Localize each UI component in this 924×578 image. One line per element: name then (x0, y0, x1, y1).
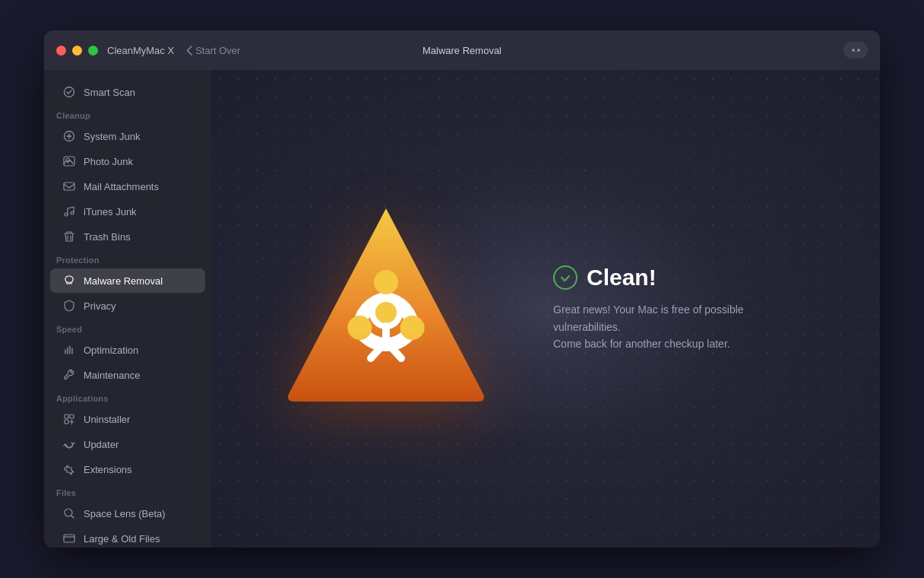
sidebar-item-photo-junk[interactable]: Photo Junk (50, 149, 205, 173)
biohazard-graphic (280, 187, 492, 430)
large-old-files-icon (62, 532, 76, 545)
malware-removal-icon (62, 274, 76, 287)
checkmark-icon (559, 271, 572, 284)
svg-point-0 (65, 87, 74, 97)
svg-point-19 (402, 317, 423, 338)
itunes-junk-label: iTunes Junk (84, 206, 137, 218)
sidebar-item-large-old-files[interactable]: Large & Old Files (50, 526, 205, 548)
itunes-junk-icon (62, 205, 76, 218)
sidebar-item-mail-attachments[interactable]: Mail Attachments (50, 174, 205, 198)
sidebar: Smart Scan Cleanup System Junk (44, 70, 211, 548)
main-content-area: Clean! Great news! Your Mac is free of p… (211, 70, 880, 548)
svg-rect-15 (64, 535, 74, 542)
extensions-icon (62, 462, 76, 476)
smart-scan-icon (62, 85, 76, 99)
check-circle-icon (553, 265, 578, 290)
sidebar-item-extensions[interactable]: Extensions (50, 457, 205, 481)
back-chevron-icon (186, 46, 192, 56)
svg-rect-4 (64, 183, 74, 190)
back-label: Start Over (195, 45, 240, 56)
sidebar-item-updater[interactable]: Updater (50, 432, 205, 456)
sidebar-item-trash-bins[interactable]: Trash Bins (50, 224, 205, 249)
sidebar-item-smart-scan[interactable]: Smart Scan (50, 80, 205, 104)
uninstaller-label: Uninstaller (84, 414, 130, 425)
section-label-protection: Protection (44, 249, 211, 268)
section-label-files: Files (44, 482, 211, 500)
svg-rect-12 (70, 414, 74, 418)
result-description: Great news! Your Mac is free of possible… (553, 301, 812, 352)
system-junk-label: System Junk (84, 131, 140, 142)
maximize-button[interactable] (88, 46, 98, 56)
updater-label: Updater (84, 439, 119, 450)
svg-point-18 (375, 272, 397, 293)
updater-icon (62, 437, 76, 451)
app-name: CleanMyMac X (107, 45, 174, 56)
optimization-icon (62, 343, 76, 357)
window-title: Malware Removal (422, 45, 502, 56)
dot1 (852, 49, 855, 52)
app-window: CleanMyMac X Start Over Malware Removal (44, 30, 880, 548)
sidebar-item-uninstaller[interactable]: Uninstaller (50, 407, 205, 431)
svg-rect-11 (65, 414, 68, 418)
svg-point-20 (349, 317, 370, 338)
privacy-label: Privacy (84, 300, 116, 312)
back-button[interactable]: Start Over (186, 45, 240, 56)
section-label-applications: Applications (44, 388, 211, 406)
dot2 (857, 49, 860, 52)
svg-point-14 (65, 509, 72, 516)
traffic-lights (56, 46, 98, 56)
result-desc-line1: Great news! Your Mac is free of possible… (553, 303, 744, 332)
scan-result-content: Clean! Great news! Your Mac is free of p… (280, 187, 812, 430)
extensions-label: Extensions (84, 464, 132, 475)
minimize-button[interactable] (72, 46, 82, 56)
svg-point-6 (71, 211, 74, 214)
optimization-label: Optimization (84, 345, 138, 356)
mail-attachments-label: Mail Attachments (84, 181, 159, 192)
result-heading: Clean! (587, 265, 657, 291)
space-lens-label: Space Lens (Beta) (84, 508, 166, 519)
sidebar-item-system-junk[interactable]: System Junk (50, 124, 205, 148)
titlebar: CleanMyMac X Start Over Malware Removal (44, 30, 880, 70)
photo-junk-label: Photo Junk (84, 156, 133, 167)
sidebar-item-optimization[interactable]: Optimization (50, 338, 205, 362)
sidebar-item-space-lens[interactable]: Space Lens (Beta) (50, 501, 205, 526)
result-desc-line2: Come back for another checkup later. (553, 338, 730, 350)
privacy-icon (62, 299, 76, 313)
close-button[interactable] (56, 46, 66, 56)
mail-attachments-icon (62, 179, 76, 193)
sidebar-item-malware-removal[interactable]: Malware Removal (50, 268, 205, 293)
section-label-speed: Speed (44, 319, 211, 337)
sidebar-item-maintenance[interactable]: Maintenance (50, 363, 205, 387)
maintenance-label: Maintenance (84, 370, 140, 381)
space-lens-icon (62, 507, 76, 520)
result-panel: Clean! Great news! Your Mac is free of p… (553, 265, 812, 352)
svg-rect-13 (65, 420, 68, 424)
biohazard-svg (280, 195, 492, 423)
trash-bins-icon (62, 230, 76, 243)
trash-bins-label: Trash Bins (84, 231, 131, 243)
sidebar-item-itunes-junk[interactable]: iTunes Junk (50, 199, 205, 224)
content-area: Smart Scan Cleanup System Junk (44, 70, 880, 548)
system-junk-icon (62, 129, 76, 143)
svg-point-5 (65, 213, 68, 216)
large-old-files-label: Large & Old Files (84, 533, 160, 545)
photo-junk-icon (62, 154, 76, 168)
maintenance-icon (62, 368, 76, 382)
titlebar-actions (843, 42, 868, 59)
section-label-cleanup: Cleanup (44, 105, 211, 123)
more-actions-button[interactable] (843, 42, 868, 59)
sidebar-item-privacy[interactable]: Privacy (50, 294, 205, 318)
uninstaller-icon (62, 412, 76, 426)
smart-scan-label: Smart Scan (84, 87, 135, 98)
result-title-row: Clean! (553, 265, 812, 291)
malware-removal-label: Malware Removal (84, 275, 163, 287)
svg-point-21 (372, 299, 400, 326)
